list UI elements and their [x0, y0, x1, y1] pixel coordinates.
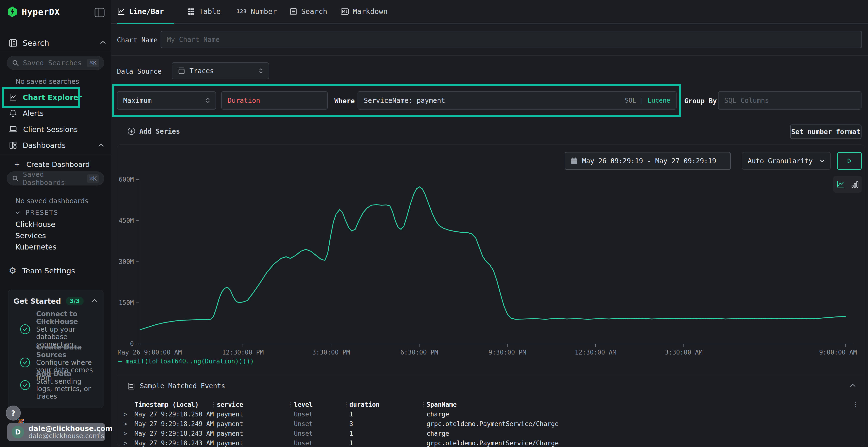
svg-text:300M: 300M — [119, 258, 134, 265]
dashboard-grid-icon — [9, 141, 18, 149]
granularity-select[interactable]: Auto Granularity — [742, 152, 831, 170]
table-row[interactable]: >May 27 9:29:18.243 AMpaymentUnset1charg… — [123, 429, 857, 438]
table-options-kebab-icon[interactable]: ⋮ — [852, 401, 859, 408]
get-started-card: Get Started 3/3 Connect to ClickHouse Se… — [8, 290, 103, 408]
chevron-up-icon[interactable] — [100, 40, 106, 44]
saved-dashboards-input[interactable]: Saved Dashboards ⌘K — [7, 171, 104, 185]
where-query-value: ServiceName: payment — [364, 97, 445, 105]
tab-number[interactable]: 123 Number — [237, 0, 277, 23]
divider — [0, 154, 111, 154]
events-panel-header[interactable]: Sample Matched Events — [127, 382, 225, 390]
row-expand-chevron[interactable]: > — [123, 430, 134, 437]
sidebar-item-team-settings[interactable]: ⚙ Team Settings — [9, 266, 75, 275]
preset-clickhouse[interactable]: ClickHouse — [16, 220, 56, 229]
col-duration[interactable]: duration — [349, 401, 427, 408]
events-table-header: Timestamp (Local) service level duration… — [123, 400, 857, 409]
svg-text:3:30:00 PM: 3:30:00 PM — [312, 349, 350, 356]
col-level[interactable]: level — [294, 401, 349, 408]
date-range-value: May 26 09:29:19 - May 27 09:29:19 — [582, 157, 716, 165]
table-cell: 3 — [349, 420, 427, 427]
table-row[interactable]: >May 27 9:29:18.250 AMpaymentUnset1charg… — [123, 409, 857, 419]
table-cell: charge — [427, 411, 857, 418]
check-circle-icon — [20, 324, 30, 335]
date-range-picker[interactable]: May 26 09:29:19 - May 27 09:29:19 — [565, 152, 731, 170]
user-menu[interactable]: D dale@clickhouse.com dale@clickhouse.co… — [7, 423, 105, 441]
granularity-value: Auto Granularity — [748, 157, 813, 165]
tab-label: Search — [301, 7, 327, 16]
group-by-input[interactable]: SQL Columns — [718, 91, 862, 110]
events-table-body: >May 27 9:29:18.250 AMpaymentUnset1charg… — [123, 409, 857, 447]
avatar: D — [11, 426, 24, 438]
mode-separator: | — [640, 97, 644, 104]
svg-text:12:30:00 AM: 12:30:00 AM — [575, 349, 616, 356]
row-expand-chevron[interactable]: > — [123, 411, 134, 418]
sidebar-item-client-sessions[interactable]: Client Sessions — [0, 122, 111, 136]
collapse-chevron-icon[interactable] — [850, 383, 856, 387]
tab-markdown[interactable]: Markdown — [341, 0, 388, 23]
play-icon — [847, 158, 851, 164]
chart-name-input[interactable]: My Chart Name — [161, 31, 862, 48]
add-series-label: Add Series — [140, 128, 180, 135]
table-cell: May 27 9:29:18.243 AM — [134, 430, 217, 437]
table-cell: payment — [217, 420, 294, 427]
run-query-button[interactable] — [837, 152, 862, 170]
row-expand-chevron[interactable]: > — [123, 420, 134, 427]
chevron-down-icon — [15, 211, 20, 214]
tab-active-indicator — [117, 23, 174, 24]
data-source-label: Data Source — [117, 67, 161, 75]
sidebar: HyperDX Search Saved Searches ⌘K No save… — [0, 0, 111, 447]
data-source-select[interactable]: Traces — [172, 62, 269, 79]
gear-icon: ⚙ — [9, 266, 17, 275]
chevron-right-icon — [97, 429, 101, 436]
lucene-mode-toggle[interactable]: Lucene — [648, 97, 670, 104]
get-started-item[interactable]: Add Data Start sending logs, metrics, or… — [20, 370, 99, 400]
tab-label: Line/Bar — [129, 7, 164, 16]
aggregation-select[interactable]: Maximum — [117, 91, 216, 110]
table-row[interactable]: >May 27 9:29:18.249 AMpaymentUnset3grpc.… — [123, 419, 857, 429]
select-chevrons-icon — [259, 68, 263, 73]
chart-name-placeholder: My Chart Name — [167, 36, 220, 44]
chevron-up-icon[interactable] — [92, 299, 97, 302]
get-started-item-title: Connect to ClickHouse — [36, 310, 78, 325]
where-query-input[interactable]: ServiceName: payment SQL | Lucene — [358, 91, 677, 110]
plus-icon: + — [14, 161, 20, 168]
sidebar-collapse-icon[interactable] — [94, 8, 105, 18]
col-timestamp[interactable]: Timestamp (Local) — [134, 401, 217, 408]
get-started-header[interactable]: Get Started 3/3 — [13, 297, 84, 305]
tab-search[interactable]: Search — [289, 0, 327, 23]
tab-line-bar[interactable]: Line/Bar — [117, 0, 164, 23]
svg-text:150M: 150M — [119, 299, 134, 306]
timeseries-chart[interactable]: 0150M300M450M600MMay 26 9:00:00 AM12:30:… — [117, 171, 864, 356]
sql-mode-toggle[interactable]: SQL — [625, 97, 636, 104]
sidebar-section-search[interactable]: Search — [9, 38, 49, 48]
table-row[interactable]: >May 27 9:29:18.243 AMpaymentUnset1grpc.… — [123, 438, 857, 447]
no-saved-dashboards-label: No saved dashboards — [16, 197, 88, 205]
row-expand-chevron[interactable]: > — [123, 440, 134, 447]
svg-text:12:30:00 PM: 12:30:00 PM — [222, 349, 264, 356]
table-cell: payment — [217, 440, 294, 447]
laptop-icon — [9, 125, 18, 134]
tab-label: Number — [251, 7, 277, 16]
events-panel-title: Sample Matched Events — [140, 382, 225, 390]
get-started-item[interactable]: Connect to ClickHouse Set up your databa… — [20, 310, 99, 348]
col-service[interactable]: service — [217, 401, 294, 408]
sidebar-item-alerts[interactable]: Alerts — [0, 106, 111, 120]
preset-kubernetes[interactable]: Kubernetes — [16, 243, 56, 251]
table-cell: grpc.oteldemo.PaymentService/Charge — [427, 420, 857, 427]
search-section-label: Search — [23, 38, 49, 48]
chevron-up-icon[interactable] — [98, 143, 104, 147]
presets-toggle[interactable]: PRESETS — [15, 209, 59, 216]
create-dashboard-button[interactable]: + Create Dashboard — [14, 161, 90, 169]
add-series-button[interactable]: Add Series — [127, 127, 180, 135]
database-icon — [178, 67, 185, 75]
sidebar-item-chart-explorer[interactable]: Chart Explorer — [0, 90, 111, 104]
saved-searches-input[interactable]: Saved Searches ⌘K — [7, 56, 104, 70]
set-number-format-button[interactable]: Set number format — [790, 125, 862, 139]
tab-table[interactable]: Table — [187, 0, 221, 23]
sidebar-item-dashboards[interactable]: Dashboards — [0, 138, 111, 152]
help-button[interactable]: ? — [6, 406, 21, 420]
col-spanname[interactable]: SpanName — [427, 401, 857, 408]
field-input[interactable]: Duration — [221, 91, 328, 110]
preset-services[interactable]: Services — [16, 232, 46, 240]
svg-text:May 26 9:00:00 AM: May 26 9:00:00 AM — [118, 349, 182, 356]
